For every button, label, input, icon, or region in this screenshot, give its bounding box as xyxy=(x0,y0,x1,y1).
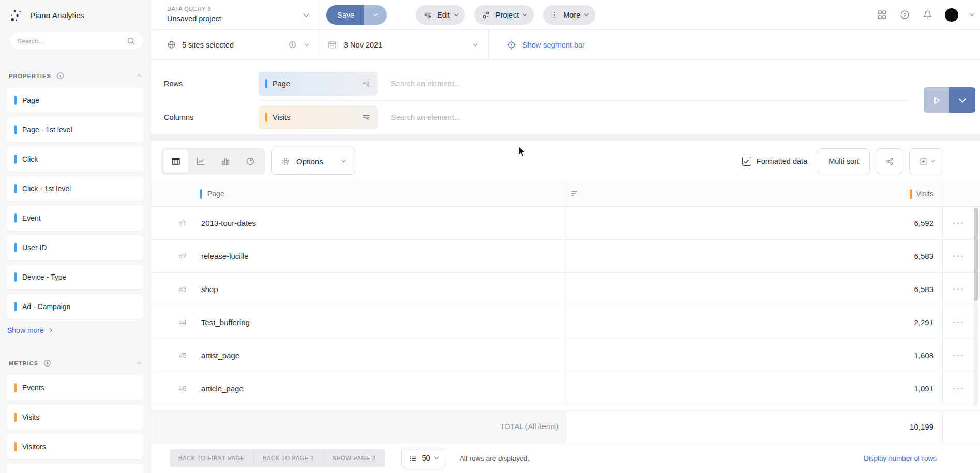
table-row: #3shop6,583··· xyxy=(151,273,980,306)
project-status: Unsaved project xyxy=(167,14,221,24)
apps-grid-icon[interactable] xyxy=(877,9,887,20)
main-area: DATA QUERY 3 Unsaved project Save Edit xyxy=(151,0,980,473)
line-chart-view-button[interactable] xyxy=(188,150,213,173)
sidebar-search[interactable] xyxy=(10,32,143,50)
page-name[interactable]: artist_page xyxy=(201,351,239,360)
notifications-bell-icon[interactable] xyxy=(922,9,933,20)
more-button[interactable]: More xyxy=(543,5,595,25)
pie-chart-view-button[interactable] xyxy=(238,150,263,173)
row-rank: #5 xyxy=(179,352,193,359)
property-item-click[interactable]: Click xyxy=(7,147,144,172)
more-label: More xyxy=(563,11,580,19)
back-to-first-page-button[interactable]: BACK TO FIRST PAGE xyxy=(170,449,253,467)
property-item-page-1st-level[interactable]: Page - 1st level xyxy=(7,117,144,142)
row-actions-button[interactable]: ··· xyxy=(953,320,964,325)
run-query-button[interactable] xyxy=(924,87,975,113)
rows-dimension-chip[interactable]: Page xyxy=(259,72,378,96)
show-segment-bar-button[interactable]: Show segment bar xyxy=(489,40,585,50)
formatted-data-checkbox[interactable] xyxy=(742,157,751,166)
property-item-event[interactable]: Event xyxy=(7,206,144,231)
visits-value: 6,583 xyxy=(914,252,933,261)
formatted-data-toggle[interactable]: Formatted data xyxy=(742,157,807,166)
rows-search-placeholder[interactable]: Search an element... xyxy=(391,80,460,88)
play-icon[interactable] xyxy=(924,87,949,113)
collapse-properties-icon[interactable] xyxy=(137,74,141,79)
chip-settings-icon[interactable] xyxy=(361,79,371,88)
save-label[interactable]: Save xyxy=(326,5,364,25)
row-actions-button[interactable]: ··· xyxy=(953,254,964,259)
page-name[interactable]: release-lucille xyxy=(201,252,249,261)
property-item-click-1st-level[interactable]: Click - 1st level xyxy=(7,176,144,201)
row-rank: #3 xyxy=(179,285,193,293)
property-item-device-type[interactable]: Device - Type xyxy=(7,265,144,289)
user-avatar[interactable] xyxy=(945,8,958,22)
rows-config: Rows Page Search an element... xyxy=(151,67,980,100)
query-selector[interactable]: DATA QUERY 3 Unsaved project xyxy=(151,0,319,29)
show-page-2-button[interactable]: SHOW PAGE 2 xyxy=(323,449,385,467)
metric-item-events[interactable]: Events xyxy=(7,375,144,400)
svg-text:?: ? xyxy=(903,12,907,18)
date-selector[interactable]: 3 Nov 2021 xyxy=(319,30,489,59)
account-menu-icon[interactable] xyxy=(970,11,974,16)
table-scrollbar-thumb[interactable] xyxy=(974,208,978,301)
save-button[interactable]: Save xyxy=(326,5,387,25)
display-number-of-rows-link[interactable]: Display number of rows xyxy=(864,454,937,462)
property-item-user-id[interactable]: User ID xyxy=(7,235,144,260)
total-row: TOTAL (All items) 10,199 xyxy=(151,410,980,443)
properties-title: PROPERTIES xyxy=(9,73,51,79)
back-to-page-1-button[interactable]: BACK TO PAGE 1 xyxy=(253,449,323,467)
metric-item-visitors[interactable]: Visitors xyxy=(7,434,144,459)
info-icon[interactable] xyxy=(56,71,65,80)
options-button[interactable]: Options xyxy=(271,148,355,175)
site-selector[interactable]: 5 sites selected xyxy=(151,30,319,59)
chip-settings-icon[interactable] xyxy=(361,113,371,122)
project-dots-icon xyxy=(481,10,491,20)
brand-name: Piano Analytics xyxy=(30,11,84,20)
collapse-metrics-icon[interactable] xyxy=(137,362,141,366)
visits-column-header[interactable]: Visits xyxy=(566,181,943,206)
sites-info-icon[interactable] xyxy=(288,40,297,49)
table-row: #5artist_page1,608··· xyxy=(151,339,980,372)
pagination-status: All rows are displayed. xyxy=(460,454,530,462)
item-label: Click - 1st level xyxy=(22,185,71,193)
export-button[interactable] xyxy=(909,148,943,174)
table-icon xyxy=(171,156,181,166)
page-column-header[interactable]: Page xyxy=(151,181,566,206)
edit-button[interactable]: Edit xyxy=(416,5,465,25)
search-input[interactable] xyxy=(17,37,126,45)
query-builder: Rows Page Search an element... Columns V… xyxy=(151,60,980,134)
project-button[interactable]: Project xyxy=(474,5,534,25)
viz-type-switcher xyxy=(161,148,265,175)
pagination-buttons: BACK TO FIRST PAGE BACK TO PAGE 1 SHOW P… xyxy=(170,449,385,467)
row-actions-button[interactable]: ··· xyxy=(953,353,964,358)
sites-dropdown-icon[interactable] xyxy=(305,41,309,45)
property-item-page[interactable]: Page xyxy=(7,88,144,113)
save-dropdown[interactable] xyxy=(364,5,387,25)
row-rank: #2 xyxy=(179,252,193,260)
row-actions-button[interactable]: ··· xyxy=(953,386,964,391)
help-icon[interactable]: ? xyxy=(899,9,910,20)
multi-sort-button[interactable]: Multi sort xyxy=(818,148,870,174)
bar-chart-view-button[interactable] xyxy=(213,150,238,173)
visits-header-color-bar xyxy=(910,189,912,199)
page-name[interactable]: shop xyxy=(201,285,218,294)
row-actions-button[interactable]: ··· xyxy=(953,287,964,292)
share-button[interactable] xyxy=(877,148,902,174)
show-more-link[interactable]: Show more xyxy=(7,326,51,334)
run-dropdown[interactable] xyxy=(949,87,975,113)
table-view-button[interactable] xyxy=(163,150,188,173)
sort-descending-icon[interactable] xyxy=(571,191,577,196)
page-name[interactable]: Test_buffering xyxy=(201,318,250,327)
bar-chart-icon xyxy=(220,156,231,166)
add-metric-icon[interactable] xyxy=(43,359,52,368)
results-table: Page Visits #12013-tour-dates6,592···#2r… xyxy=(151,181,980,443)
page-size-select[interactable]: 50 xyxy=(401,448,445,468)
page-name[interactable]: 2013-tour-dates xyxy=(201,219,256,227)
columns-metric-chip[interactable]: Visits xyxy=(259,105,378,129)
row-actions-button[interactable]: ··· xyxy=(953,221,964,226)
columns-search-placeholder[interactable]: Search an element... xyxy=(391,113,460,121)
page-name[interactable]: article_page xyxy=(201,384,244,393)
list-icon xyxy=(409,454,417,463)
property-item-ad-campaign[interactable]: Ad - Campaign xyxy=(7,294,144,319)
metric-item-visits[interactable]: Visits xyxy=(7,405,144,430)
